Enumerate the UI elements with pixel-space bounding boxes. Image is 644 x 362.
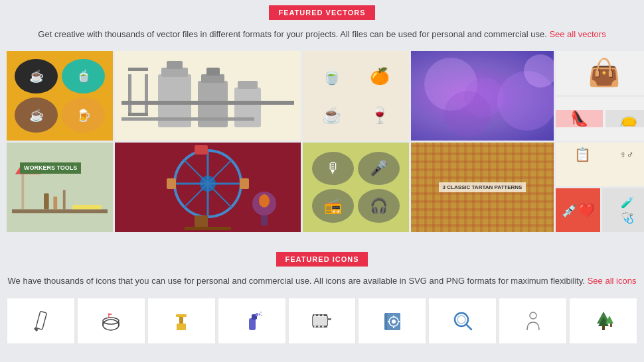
accessory-bag-top: 👜 xyxy=(556,51,644,95)
icon-card-pencil[interactable] xyxy=(7,298,75,344)
svg-point-51 xyxy=(261,315,262,316)
med-heart-panel: 💉❤️ xyxy=(556,188,600,232)
ci-4: 🍺 xyxy=(62,97,105,133)
svg-rect-70 xyxy=(398,321,400,322)
med-kit: 🩺 xyxy=(621,211,634,224)
search-icon xyxy=(451,309,475,333)
tools-svg xyxy=(12,147,108,227)
icon-card-spray[interactable] xyxy=(218,298,286,344)
audio-2: 🎤 xyxy=(358,152,400,186)
vectors-see-all-link[interactable]: See all vectors xyxy=(549,29,605,39)
svg-rect-34 xyxy=(261,215,268,225)
icons-section: FEATURED ICONS We have thousands of icon… xyxy=(0,252,644,344)
svg-point-39 xyxy=(103,320,119,330)
industrial-svg xyxy=(121,54,294,134)
icon-card-stamp[interactable] xyxy=(147,298,216,344)
vectors-section-header: FEATURED VECTORS xyxy=(0,5,644,20)
med-bottom-panels: 💉❤️ 🧪 🩺 xyxy=(556,188,644,232)
svg-rect-0 xyxy=(128,68,148,71)
drink-2: 🍊 xyxy=(357,58,402,95)
svg-rect-18 xyxy=(53,196,57,209)
svg-rect-56 xyxy=(314,314,316,316)
printer-svg xyxy=(118,144,297,230)
vector-bubbles[interactable] xyxy=(411,51,554,141)
svg-rect-29 xyxy=(167,178,176,189)
vector-workers-tools[interactable]: WORKERS TOOLS xyxy=(7,143,113,232)
icons-badge: FEATURED ICONS xyxy=(276,252,368,267)
svg-rect-19 xyxy=(63,190,66,210)
svg-rect-1 xyxy=(128,74,131,114)
video-icon xyxy=(310,309,334,333)
tartan-label: 3 CLASSIC TARTAN PATTERNS xyxy=(439,182,526,192)
svg-rect-10 xyxy=(234,88,261,127)
acc-heels: 👠 xyxy=(556,110,603,127)
med-top-panel: 📋 ♀♂ xyxy=(556,143,644,186)
svg-rect-27 xyxy=(195,145,208,154)
svg-rect-68 xyxy=(393,326,394,328)
svg-rect-79 xyxy=(610,324,612,327)
icons-see-all-link[interactable]: See all icons xyxy=(588,276,637,286)
svg-rect-17 xyxy=(44,193,49,209)
svg-rect-15 xyxy=(21,174,24,210)
audio-4: 🎧 xyxy=(358,189,400,223)
accessory-bottom: 👠 👝 xyxy=(556,97,644,141)
svg-rect-13 xyxy=(121,117,254,121)
svg-rect-77 xyxy=(602,326,605,330)
icon-card-person[interactable] xyxy=(499,298,567,344)
audio-1: 🎙 xyxy=(312,152,354,186)
svg-rect-11 xyxy=(238,81,258,89)
vector-tartan[interactable]: 3 CLASSIC TARTAN PATTERNS xyxy=(411,143,554,232)
vector-industrial[interactable] xyxy=(115,51,301,141)
svg-rect-9 xyxy=(206,68,220,76)
svg-rect-57 xyxy=(318,314,320,316)
icon-card-trees[interactable] xyxy=(569,298,637,344)
svg-rect-46 xyxy=(249,318,256,330)
icon-card-book[interactable] xyxy=(358,298,426,344)
spray-icon xyxy=(240,309,264,333)
svg-rect-60 xyxy=(318,326,320,327)
icon-card-video[interactable] xyxy=(288,298,357,344)
trees-icon xyxy=(592,309,615,333)
tools-label: WORKERS TOOLS xyxy=(20,162,81,174)
svg-rect-43 xyxy=(177,324,186,330)
ci-1: ☕ xyxy=(15,59,58,94)
svg-point-74 xyxy=(530,312,536,319)
svg-rect-20 xyxy=(72,205,101,210)
vector-accessories[interactable]: 👜 👠 👝 xyxy=(556,51,644,141)
svg-rect-12 xyxy=(121,101,294,105)
svg-rect-2 xyxy=(145,74,148,114)
book-icon xyxy=(380,309,404,333)
person-icon xyxy=(521,309,545,333)
med-heart-syringe: 💉❤️ xyxy=(562,202,595,218)
icon-card-search[interactable] xyxy=(428,298,497,344)
vector-3d-printer[interactable] xyxy=(115,143,301,232)
svg-point-49 xyxy=(259,313,261,315)
svg-rect-36 xyxy=(36,311,46,330)
vector-audio[interactable]: 🎙 🎤 📻 🎧 xyxy=(303,143,409,232)
med-clipboard: 📋 xyxy=(574,147,591,162)
vector-coffee-icons[interactable]: ☕ 🍵 ☕ 🍺 xyxy=(7,51,113,141)
icon-card-cauldron[interactable] xyxy=(77,298,145,344)
vectors-description: Get creative with thousands of vector fi… xyxy=(0,28,644,42)
svg-rect-53 xyxy=(314,317,326,325)
vectors-grid: ☕ 🍵 ☕ 🍺 xyxy=(7,51,637,232)
cauldron-icon xyxy=(99,309,123,333)
drink-1: 🍵 xyxy=(309,58,355,95)
svg-point-50 xyxy=(260,312,262,313)
svg-rect-62 xyxy=(327,318,331,320)
icons-section-header: FEATURED ICONS xyxy=(0,252,644,267)
svg-point-72 xyxy=(457,316,465,324)
svg-line-73 xyxy=(466,324,471,330)
med-gender: ♀♂ xyxy=(619,149,633,160)
page-wrapper: FEATURED VECTORS Get creative with thous… xyxy=(0,0,644,344)
vector-medical[interactable]: 📋 ♀♂ 💉❤️ 🧪 🩺 xyxy=(556,143,644,232)
icons-grid xyxy=(7,298,637,344)
bubble-4 xyxy=(524,54,554,88)
med-test-tube: 🧪 xyxy=(621,196,634,209)
stamp-icon xyxy=(169,309,193,333)
svg-rect-3 xyxy=(128,113,148,116)
ci-2: 🍵 xyxy=(62,59,105,94)
svg-point-66 xyxy=(392,320,396,324)
vector-drinks[interactable]: 🍵 🍊 ☕ 🍷 xyxy=(303,51,409,141)
vectors-section: FEATURED VECTORS Get creative with thous… xyxy=(0,0,644,232)
